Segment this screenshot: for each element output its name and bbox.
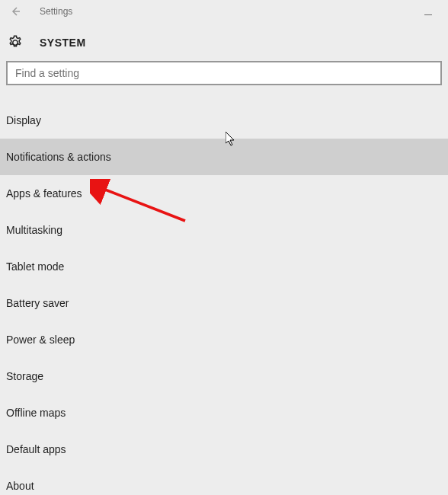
gear-icon	[6, 34, 24, 52]
nav-item-tablet-mode[interactable]: Tablet mode	[0, 248, 448, 285]
nav-item-offline-maps[interactable]: Offline maps	[0, 394, 448, 431]
page-heading: SYSTEM	[40, 37, 86, 49]
minimize-button[interactable]	[424, 6, 433, 15]
nav-label: Multitasking	[6, 224, 62, 236]
nav-item-apps-features[interactable]: Apps & features	[0, 175, 448, 212]
nav-list: Display Notifications & actions Apps & f…	[0, 102, 448, 495]
nav-label: Power & sleep	[6, 334, 75, 346]
search-container	[0, 61, 448, 85]
nav-label: Display	[6, 114, 41, 126]
nav-item-notifications-actions[interactable]: Notifications & actions	[0, 139, 448, 175]
nav-item-power-sleep[interactable]: Power & sleep	[0, 321, 448, 358]
search-input[interactable]	[6, 61, 442, 85]
nav-label: Storage	[6, 370, 43, 382]
titlebar: Settings	[0, 0, 448, 23]
nav-label: About	[6, 480, 34, 492]
nav-label: Default apps	[6, 443, 66, 455]
nav-item-multitasking[interactable]: Multitasking	[0, 212, 448, 248]
nav-item-storage[interactable]: Storage	[0, 358, 448, 394]
nav-label: Battery saver	[6, 297, 69, 309]
nav-label: Tablet mode	[6, 260, 64, 273]
nav-label: Apps & features	[6, 187, 82, 200]
nav-label: Offline maps	[6, 407, 66, 419]
page-header: SYSTEM	[0, 23, 448, 61]
nav-item-display[interactable]: Display	[0, 102, 448, 139]
nav-label: Notifications & actions	[6, 151, 111, 163]
back-icon[interactable]	[8, 4, 23, 19]
nav-item-about[interactable]: About	[0, 468, 448, 495]
nav-item-battery-saver[interactable]: Battery saver	[0, 285, 448, 321]
window-title: Settings	[40, 6, 72, 17]
nav-item-default-apps[interactable]: Default apps	[0, 431, 448, 468]
